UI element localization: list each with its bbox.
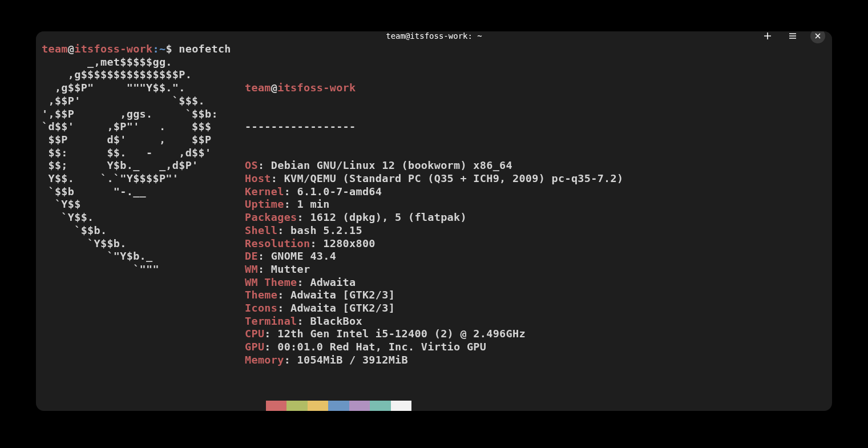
info-row: WM: Mutter	[245, 263, 623, 276]
close-button[interactable]	[810, 31, 825, 43]
title-bar: team@itsfoss-work: ~	[36, 31, 832, 41]
info-row: Terminal: BlackBox	[245, 315, 623, 328]
ascii-line: `"Y$b._	[42, 250, 245, 263]
command-line: team@itsfoss-work:~$ neofetch	[42, 43, 826, 56]
info-label: Shell	[245, 224, 277, 236]
info-separator: :	[264, 341, 277, 353]
info-label: DE	[245, 250, 258, 262]
info-row: Shell: bash 5.2.15	[245, 224, 623, 237]
info-value: 1 min	[297, 198, 330, 210]
info-row: Kernel: 6.1.0-7-amd64	[245, 185, 623, 199]
ascii-line: ,g$$P" """Y$$.".	[42, 82, 245, 95]
info-label: Icons	[245, 302, 277, 314]
info-row: CPU: 12th Gen Intel i5-12400 (2) @ 2.496…	[245, 328, 623, 341]
ascii-line: `Y$$	[42, 198, 245, 211]
new-tab-button[interactable]	[760, 31, 775, 43]
info-row: Packages: 1612 (dpkg), 5 (flatpak)	[245, 211, 623, 224]
info-row: Host: KVM/QEMU (Standard PC (Q35 + ICH9,…	[245, 172, 623, 185]
prompt-at: @	[68, 43, 74, 55]
ascii-line: `$$b "-.__	[42, 185, 245, 199]
info-at: @	[271, 82, 277, 94]
command-text: neofetch	[179, 43, 231, 55]
info-value: 6.1.0-7-amd64	[297, 185, 382, 197]
info-divider: -----------------	[245, 120, 623, 134]
info-separator: :	[258, 250, 271, 262]
info-host: itsfoss-work	[277, 82, 356, 94]
info-separator: :	[284, 354, 297, 366]
info-value: 1612 (dpkg), 5 (flatpak)	[310, 211, 467, 223]
info-row: DE: GNOME 43.4	[245, 250, 623, 263]
window-controls	[760, 31, 825, 43]
info-separator: :	[277, 302, 290, 314]
info-separator: :	[277, 289, 290, 301]
prompt-path: ~	[159, 43, 165, 55]
color-swatch	[391, 401, 412, 411]
info-separator: :	[264, 328, 277, 340]
info-row: Uptime: 1 min	[245, 198, 623, 211]
info-label: GPU	[245, 341, 264, 353]
color-swatch	[308, 401, 329, 411]
info-label: CPU	[245, 328, 264, 340]
info-value: bash 5.2.15	[290, 224, 362, 236]
ascii-line: Y$$. `.`"Y$$$$P"'	[42, 172, 245, 185]
info-label: Theme	[245, 289, 277, 301]
info-separator: :	[284, 185, 297, 197]
info-label: Memory	[245, 354, 284, 366]
info-separator: :	[297, 315, 310, 327]
ascii-line: $$; Y$b._ _,d$P'	[42, 159, 245, 172]
info-value: 1054MiB / 3912MiB	[297, 354, 408, 366]
ascii-line: `"""	[42, 263, 245, 276]
prompt-user: team	[42, 43, 68, 55]
terminal-window: team@itsfoss-work: ~ team@itsfoss-work:~…	[36, 31, 832, 411]
info-label: Kernel	[245, 185, 284, 197]
info-value: GNOME 43.4	[271, 250, 336, 262]
color-palette	[245, 401, 826, 411]
info-value: Adwaita	[310, 276, 356, 288]
ascii-line: ',$$P ,ggs. `$$b:	[42, 108, 245, 121]
info-label: WM Theme	[245, 276, 297, 288]
info-row: Resolution: 1280x800	[245, 237, 623, 251]
ascii-line: `Y$$.	[42, 211, 245, 224]
ascii-line: `Y$$b.	[42, 237, 245, 251]
info-label: Terminal	[245, 315, 297, 327]
window-title: team@itsfoss-work: ~	[386, 31, 482, 41]
terminal-body[interactable]: team@itsfoss-work:~$ neofetch _,met$$$$$…	[36, 41, 832, 411]
info-row: GPU: 00:01.0 Red Hat, Inc. Virtio GPU	[245, 341, 623, 354]
info-separator: :	[258, 159, 271, 171]
info-separator: :	[297, 211, 310, 223]
ascii-art: _,met$$$$$gg. ,g$$$$$$$$$$$$$$$P. ,g$$P"…	[42, 56, 245, 393]
info-separator: :	[258, 263, 271, 275]
info-row: Memory: 1054MiB / 3912MiB	[245, 354, 623, 367]
info-header: team@itsfoss-work	[245, 82, 623, 95]
info-separator: :	[271, 172, 284, 184]
ascii-line: _,met$$$$$gg.	[42, 56, 245, 69]
info-label: Packages	[245, 211, 297, 223]
ascii-line: ,g$$$$$$$$$$$$$$$P.	[42, 68, 245, 82]
info-separator: :	[284, 198, 297, 210]
info-value: 00:01.0 Red Hat, Inc. Virtio GPU	[277, 341, 486, 353]
info-value: Adwaita [GTK2/3]	[290, 289, 395, 301]
info-label: Uptime	[245, 198, 284, 210]
info-label: OS	[245, 159, 258, 171]
ascii-line: `$$b.	[42, 224, 245, 237]
info-value: Debian GNU/Linux 12 (bookworm) x86_64	[271, 159, 512, 171]
info-value: 1280x800	[323, 237, 376, 249]
info-separator: :	[277, 224, 290, 236]
color-swatch	[349, 401, 370, 411]
neofetch-output: _,met$$$$$gg. ,g$$$$$$$$$$$$$$$P. ,g$$P"…	[42, 56, 826, 393]
info-label: Resolution	[245, 237, 310, 249]
info-user: team	[245, 82, 271, 94]
prompt-colon: :	[152, 43, 159, 55]
prompt-host: itsfoss-work	[74, 43, 152, 55]
info-value: BlackBox	[310, 315, 362, 327]
ascii-line: ,$$P' `$$$.	[42, 95, 245, 108]
info-separator: :	[310, 237, 323, 249]
info-value: Mutter	[271, 263, 310, 275]
info-row: Icons: Adwaita [GTK2/3]	[245, 302, 623, 315]
ascii-line: $$: $$. - ,d$$'	[42, 147, 245, 160]
sysinfo: team@itsfoss-work ----------------- OS: …	[245, 56, 623, 393]
menu-button[interactable]	[785, 31, 800, 43]
color-swatch	[266, 401, 287, 411]
ascii-line: $$P d$' , $$P	[42, 134, 245, 147]
color-swatch	[245, 401, 266, 411]
